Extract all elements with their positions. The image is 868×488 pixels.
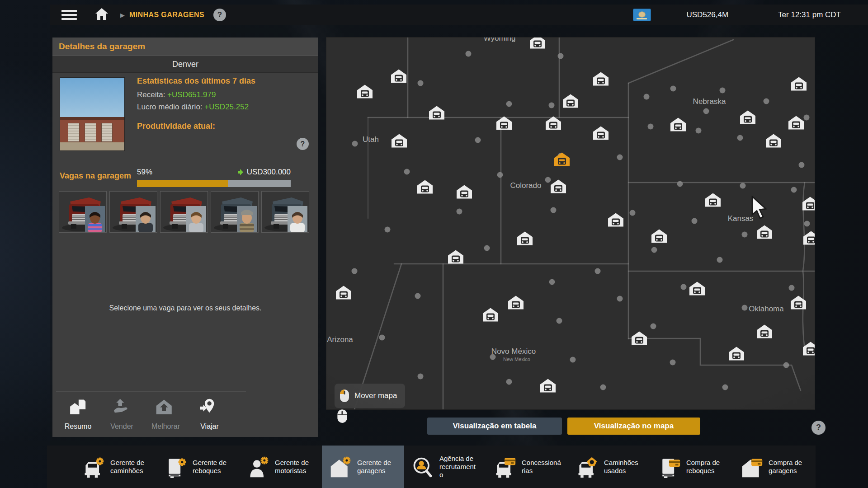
breadcrumb-help-icon[interactable]: ?: [213, 9, 226, 21]
city-dot: [630, 210, 636, 216]
toolbar-item-compra-de-reboques[interactable]: Compra de reboques: [651, 446, 733, 488]
garage-marker-icon[interactable]: [482, 307, 499, 322]
garage-marker-icon[interactable]: [335, 285, 352, 300]
garage-marker-icon[interactable]: [550, 179, 566, 193]
garage-marker-icon[interactable]: [508, 295, 524, 310]
garage-marker-icon[interactable]: [790, 295, 807, 310]
state-label-wyoming: Wyoming: [484, 38, 516, 43]
action-vender[interactable]: Vender: [100, 398, 144, 431]
state-label-colorado: Colorado: [510, 181, 542, 190]
garage-marker-icon[interactable]: [448, 249, 464, 264]
city-dot: [617, 155, 623, 160]
garage-slot-2[interactable]: [109, 191, 157, 233]
garage-marker-icon[interactable]: [593, 71, 609, 86]
garage-marker-icon[interactable]: [705, 192, 721, 207]
home-icon[interactable]: [95, 8, 108, 22]
garage-marker-icon[interactable]: [391, 69, 407, 83]
toolbar-item-compra-de-garagens[interactable]: Compra de garagens: [733, 446, 816, 488]
toolbar-item-gerente-de-reboques[interactable]: Gerente de reboques: [157, 446, 240, 488]
city-dot: [648, 124, 654, 130]
garage-marker-icon[interactable]: [756, 324, 773, 338]
city-dot: [595, 268, 601, 274]
garage-marker-icon[interactable]: [756, 225, 773, 239]
city-dot: [783, 362, 789, 368]
garage-marker-icon[interactable]: [391, 133, 407, 148]
map-help-icon[interactable]: ?: [811, 421, 826, 435]
toolbar-item-label: Caminhões usados: [604, 459, 644, 475]
toolbar-item-label: Agência de recrutamento: [439, 455, 479, 479]
city-dot: [551, 207, 557, 213]
garage-marker-icon[interactable]: [517, 231, 533, 245]
city-dot: [506, 379, 512, 385]
driver-gear-icon: [247, 455, 269, 479]
state-label-nebraska: Nebraska: [693, 97, 726, 106]
garage-marker-icon[interactable]: [540, 378, 556, 393]
productivity-bar-fill: [137, 180, 228, 187]
garage-marker-icon[interactable]: [529, 38, 546, 49]
toolbar-item-gerente-de-motoristas[interactable]: Gerente de motoristas: [240, 446, 322, 488]
action-resumo[interactable]: Resumo: [56, 398, 100, 431]
garages-map[interactable]: WyomingNebraskaUtahColoradoKansasOklahom…: [326, 38, 815, 409]
garage-marker-icon[interactable]: [670, 117, 686, 131]
garage-slot-5[interactable]: [261, 191, 309, 233]
city-dot: [696, 128, 702, 134]
city-dot: [651, 324, 656, 329]
garage-marker-icon[interactable]: [608, 212, 624, 227]
driver-portrait: [237, 206, 257, 232]
productivity-help-icon[interactable]: ?: [297, 138, 309, 150]
trailer-gear-icon: [165, 455, 187, 479]
garage-marker-icon[interactable]: [562, 94, 579, 108]
garage-marker-icon[interactable]: [496, 116, 512, 130]
map-view-button[interactable]: Visualização no mapa: [567, 418, 700, 435]
garage-marker-icon[interactable]: [802, 196, 815, 211]
garage-marker-icon[interactable]: [802, 341, 815, 356]
garage-marker-icon[interactable]: [728, 346, 745, 361]
action-viajar[interactable]: Viajar: [188, 398, 231, 431]
toolbar-item-caminhões-usados[interactable]: Caminhões usados: [569, 446, 651, 488]
table-view-button[interactable]: Visualização em tabela: [427, 418, 562, 435]
garage-marker-icon[interactable]: [791, 76, 807, 91]
city-dot: [681, 284, 687, 290]
toolbar-item-gerente-de-caminhões[interactable]: Gerente de caminhões: [75, 446, 157, 488]
selected-garage-marker-icon[interactable]: [554, 152, 570, 166]
garage-marker-icon[interactable]: [740, 110, 756, 124]
driver-portrait: [136, 206, 156, 232]
garage-slot-1[interactable]: [59, 191, 107, 233]
city-dot: [789, 285, 795, 291]
city-dot: [558, 53, 564, 59]
toolbar-item-label: Compra de garagens: [769, 459, 808, 475]
garage-marker-icon[interactable]: [689, 281, 705, 296]
action-melhorar[interactable]: Melhorar: [144, 398, 188, 431]
garage-slot-4[interactable]: [211, 191, 259, 233]
toolbar-item-agência-de-recrutamento[interactable]: Agência de recrutamento: [404, 446, 486, 488]
productivity-bar: [137, 180, 291, 187]
garage-marker-icon[interactable]: [456, 184, 472, 199]
garage-marker-icon[interactable]: [765, 133, 782, 148]
action-label: Vender: [110, 422, 133, 431]
city-dot: [799, 162, 805, 168]
garage-marker-icon[interactable]: [803, 230, 815, 245]
menu-icon[interactable]: [61, 10, 77, 20]
toolbar-item-concessionárias[interactable]: Concessionárias: [486, 446, 569, 488]
city-dot: [352, 268, 358, 274]
garage-marker-icon[interactable]: [429, 105, 445, 120]
mouse-hint-icon: [336, 408, 348, 424]
garage-marker-icon[interactable]: [545, 116, 561, 130]
game-datetime: Ter 12:31 pm CDT: [778, 10, 841, 19]
toolbar-item-gerente-de-garagens[interactable]: Gerente de garagens: [322, 446, 404, 488]
city-dot: [506, 101, 512, 107]
top-bar: ▶ MINHAS GARAGENS ? USD526,4M Ter 12:31 …: [50, 5, 868, 25]
city-dot: [457, 209, 462, 215]
city-dot: [549, 103, 555, 108]
garage-stats: Estatísticas dos últimos 7 dias Receita:…: [137, 76, 300, 131]
garage-slot-3[interactable]: [160, 191, 208, 233]
garage-marker-icon[interactable]: [651, 229, 667, 243]
garage-marker-icon[interactable]: [417, 179, 433, 194]
garage-marker-icon[interactable]: [788, 115, 804, 130]
garage-marker-icon[interactable]: [631, 331, 647, 345]
toolbar-item-label: Compra de reboques: [686, 459, 726, 475]
garage-marker-icon[interactable]: [593, 126, 609, 140]
garage-photo: [60, 77, 125, 151]
garage-marker-icon[interactable]: [357, 84, 373, 99]
move-map-tooltip: Mover mapa: [335, 384, 405, 408]
